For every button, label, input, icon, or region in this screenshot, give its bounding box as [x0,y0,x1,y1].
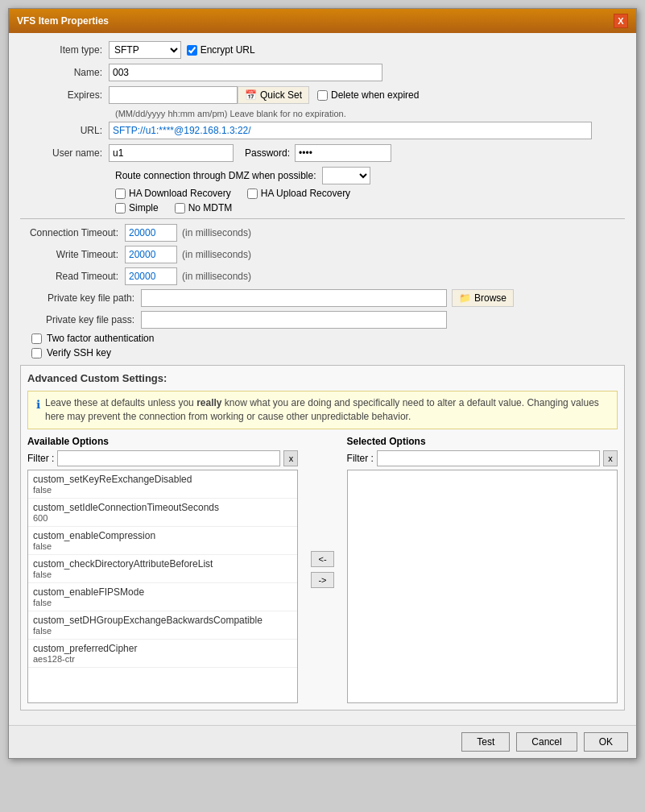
name-row: Name: [20,64,625,81]
selected-filter-label: Filter : [347,453,374,464]
available-filter-input[interactable] [57,450,280,466]
available-header: Available Options [27,436,298,447]
quick-set-button[interactable]: 📅 Quick Set [238,86,309,104]
write-timeout-row: Write Timeout: (in milliseconds) [20,246,625,263]
private-key-path-input[interactable] [141,289,447,307]
connection-timeout-input[interactable] [125,224,177,242]
selected-filter-clear[interactable]: x [603,450,618,466]
read-timeout-unit: (in milliseconds) [182,271,251,282]
no-mdtm-checkbox[interactable] [175,203,185,213]
expires-hint: (MM/dd/yyyy hh:mm am/pm) Leave blank for… [115,109,625,118]
available-panel: Available Options Filter : x custom_setK… [27,436,298,703]
private-key-pass-row: Private key file pass: [20,311,625,329]
list-item[interactable]: custom_enableFIPSMode false [28,583,297,611]
selected-panel: Selected Options Filter : x [347,436,618,703]
expires-label: Expires: [20,89,109,101]
private-key-pass-input[interactable] [141,311,447,329]
warning-box: ℹ Leave these at defaults unless you rea… [27,391,618,429]
dialog-content: Item type: SFTP Encrypt URL Name: Expire… [9,33,636,725]
bottom-buttons: Test Cancel OK [9,725,636,758]
username-input[interactable] [109,144,234,162]
calendar-icon: 📅 [245,89,257,101]
no-mdtm-label: No MDTM [175,202,233,213]
ha-upload-label: HA Upload Recovery [247,188,350,199]
two-factor-label: Two factor authentication [47,333,154,344]
private-key-path-row: Private key file path: 📁 Browse [20,289,625,307]
url-input[interactable] [109,122,592,139]
read-timeout-row: Read Timeout: (in milliseconds) [20,267,625,285]
browse-button[interactable]: 📁 Browse [452,289,514,307]
verify-ssh-checkbox[interactable] [31,348,42,358]
write-timeout-input[interactable] [125,246,177,263]
name-label: Name: [20,67,109,78]
selected-header: Selected Options [347,436,618,447]
read-timeout-input[interactable] [125,267,177,285]
delete-when-expired-label: Delete when expired [331,89,419,101]
name-input[interactable] [109,64,382,81]
test-button[interactable]: Test [461,732,510,752]
move-left-button[interactable]: <- [311,551,333,567]
private-key-pass-label: Private key file pass: [20,314,141,325]
quick-set-label: Quick Set [260,89,302,101]
selected-options-list [347,470,618,703]
item-type-select[interactable]: SFTP [109,41,181,59]
two-factor-row: Two factor authentication [31,333,625,344]
delete-when-expired-checkbox[interactable] [317,90,328,101]
expires-row: Expires: 📅 Quick Set Delete when expired [20,86,625,104]
ha-recovery-row: HA Download Recovery HA Upload Recovery [115,188,625,199]
selected-filter-row: Filter : x [347,450,618,466]
verify-ssh-label: Verify SSH key [47,347,111,358]
encrypt-url-checkbox[interactable] [187,45,197,56]
warning-text: Leave these at defaults unless you reall… [45,396,609,424]
info-icon: ℹ [36,397,40,424]
ha-download-label: HA Download Recovery [115,188,231,199]
available-filter-clear[interactable]: x [283,450,298,466]
simple-checkbox[interactable] [115,203,126,213]
username-label: User name: [20,147,109,159]
close-button[interactable]: X [614,14,628,28]
ha-download-checkbox[interactable] [115,188,126,199]
dialog-title: VFS Item Properties [17,15,109,27]
selected-filter-input[interactable] [377,450,600,466]
list-item[interactable]: custom_preferredCipher aes128-ctr [28,640,297,668]
available-filter-row: Filter : x [27,450,298,466]
credentials-row: User name: Password: [20,144,625,162]
advanced-title: Advanced Custom Settings: [27,372,618,384]
dmz-row: Route connection through DMZ when possib… [115,167,625,184]
ha-upload-checkbox[interactable] [247,188,258,199]
dialog: VFS Item Properties X Item type: SFTP En… [8,8,637,759]
options-panels: Available Options Filter : x custom_setK… [27,436,618,703]
verify-ssh-row: Verify SSH key [31,347,625,358]
encrypt-url-label: Encrypt URL [201,44,255,56]
options-row: Simple No MDTM [115,202,625,213]
list-item[interactable]: custom_checkDirectoryAttributeBeforeList… [28,555,297,583]
connection-timeout-unit: (in milliseconds) [182,227,251,238]
dmz-select[interactable] [322,167,370,184]
list-item[interactable]: custom_setDHGroupExchangeBackwardsCompat… [28,611,297,640]
folder-icon: 📁 [459,292,471,304]
expires-input[interactable] [109,86,238,104]
two-factor-checkbox[interactable] [31,334,42,344]
connection-timeout-row: Connection Timeout: (in milliseconds) [20,224,625,242]
ok-button[interactable]: OK [584,732,628,752]
available-filter-label: Filter : [27,453,54,464]
connection-timeout-label: Connection Timeout: [20,227,125,238]
list-item[interactable]: custom_enableCompression false [28,527,297,555]
list-item[interactable]: custom_setKeyReExchangeDisabled false [28,470,297,499]
item-type-row: Item type: SFTP Encrypt URL [20,41,625,59]
advanced-section: Advanced Custom Settings: ℹ Leave these … [20,365,625,710]
move-right-button[interactable]: -> [311,572,333,588]
password-input[interactable] [295,144,391,162]
divider1 [20,218,625,219]
url-row: URL: [20,122,625,139]
url-label: URL: [20,125,109,136]
transfer-buttons: <- -> [306,436,338,703]
write-timeout-unit: (in milliseconds) [182,249,251,260]
list-item[interactable]: custom_setIdleConnectionTimeoutSeconds 6… [28,499,297,527]
item-type-label: Item type: [20,44,109,56]
read-timeout-label: Read Timeout: [20,271,125,282]
cancel-button[interactable]: Cancel [516,732,577,752]
browse-label: Browse [474,292,506,304]
title-bar: VFS Item Properties X [9,9,636,33]
simple-label: Simple [115,202,159,213]
